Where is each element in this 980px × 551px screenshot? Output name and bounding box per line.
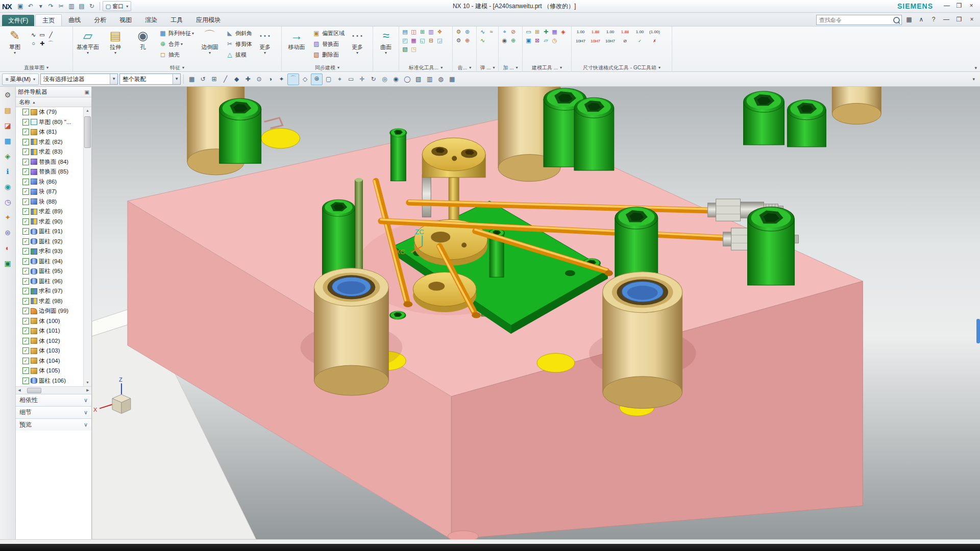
- visibility-checkbox[interactable]: ✓: [22, 208, 29, 215]
- section-preview[interactable]: 预览∨: [16, 418, 91, 431]
- general-selection-filter-icon[interactable]: ▦: [186, 74, 197, 85]
- scroll-down-icon[interactable]: ▼: [86, 379, 89, 386]
- snap-endpoint-icon[interactable]: ╱: [220, 74, 231, 85]
- group-label-feature[interactable]: 特征▾: [73, 64, 281, 71]
- visibility-checkbox[interactable]: ✓: [22, 159, 29, 165]
- extrude-button[interactable]: ▤ 拉伸 ▾: [102, 28, 129, 55]
- snap-arc-center-icon[interactable]: ⊙: [254, 74, 264, 85]
- dim-format-7[interactable]: 10H7: [573, 37, 588, 46]
- visibility-checkbox[interactable]: ✓: [22, 347, 29, 354]
- std-tool-4-icon[interactable]: ▥: [427, 28, 435, 36]
- snap-quadrant-icon[interactable]: ◑: [265, 74, 276, 85]
- plate-screw-1[interactable]: [390, 129, 407, 181]
- redo-icon[interactable]: ↷: [46, 2, 56, 11]
- copy-icon[interactable]: ▥: [66, 2, 77, 11]
- std-tool-11-icon[interactable]: ▧: [401, 45, 409, 54]
- cap-screw-right-front[interactable]: [748, 207, 795, 285]
- paste-icon[interactable]: ▤: [77, 2, 87, 11]
- close-button[interactable]: ×: [966, 2, 977, 11]
- std-tool-3-icon[interactable]: ⊞: [418, 28, 427, 36]
- hole-button[interactable]: ◉ 孔: [130, 28, 156, 51]
- tree-item[interactable]: ✓替换面 (84): [22, 157, 83, 167]
- restore-button[interactable]: ❐: [953, 2, 965, 11]
- group-label-mach[interactable]: 加 ...▾: [499, 64, 522, 71]
- fit-view-icon[interactable]: ▭: [346, 74, 356, 85]
- dim-format-6[interactable]: (1.00): [647, 28, 662, 37]
- tree-item[interactable]: ✓体 (105): [22, 366, 83, 376]
- undo-dropdown-icon[interactable]: ▾: [36, 2, 46, 11]
- edge-blend-button[interactable]: ⌒ 边倒圆 ▾: [197, 28, 223, 55]
- snap-bounded-grid-icon[interactable]: ⊕: [311, 73, 323, 85]
- visibility-checkbox[interactable]: ✓: [22, 119, 29, 126]
- visibility-checkbox[interactable]: ✓: [22, 148, 29, 155]
- rotate-view-icon[interactable]: ↻: [368, 74, 379, 85]
- tree-item[interactable]: ✓块 (86): [22, 177, 83, 187]
- tree-item[interactable]: ✓求和 (93): [22, 246, 83, 257]
- undock-panel-button[interactable]: ▣: [85, 89, 89, 95]
- std-tool-7-icon[interactable]: ▦: [409, 36, 418, 45]
- scrollbar-thumb[interactable]: [84, 116, 91, 148]
- tree-item[interactable]: ✓圆柱 (96): [22, 277, 83, 287]
- gear-tool-3-icon[interactable]: ⚙: [454, 36, 463, 45]
- shell-button[interactable]: ◻ 抽壳: [157, 49, 195, 60]
- tree-item[interactable]: ✓边倒圆 (99): [22, 306, 83, 316]
- work-layer-icon[interactable]: ▥: [424, 74, 435, 85]
- minimize-ribbon-icon[interactable]: ∧: [916, 15, 927, 24]
- datum-plane-button[interactable]: ▱ 基准平面 ▾: [75, 28, 101, 55]
- tab-1[interactable]: 主页: [35, 14, 62, 26]
- group-label-gear[interactable]: 齿...▾: [453, 64, 476, 71]
- tree-item[interactable]: ✓体 (104): [22, 356, 83, 366]
- visibility-checkbox[interactable]: ✓: [22, 139, 29, 145]
- std-tool-9-icon[interactable]: ⊟: [427, 36, 435, 45]
- draft-button[interactable]: △ 拔模: [224, 49, 254, 60]
- visibility-checkbox[interactable]: ✓: [22, 179, 29, 185]
- guide-bushing-front-right[interactable]: [603, 272, 682, 409]
- save-icon[interactable]: ▣: [15, 2, 26, 11]
- viewport-scrollbar[interactable]: [976, 319, 980, 343]
- pattern-feature-button[interactable]: ▦ 阵列特征▾: [157, 28, 195, 38]
- system-scene-icon[interactable]: ▣: [2, 257, 14, 269]
- scroll-left-icon[interactable]: ◀: [16, 388, 23, 392]
- visibility-checkbox[interactable]: ✓: [22, 318, 29, 324]
- machining-tool-4-icon[interactable]: ⊕: [509, 36, 518, 45]
- visibility-checkbox[interactable]: ✓: [22, 218, 29, 225]
- dim-format-2[interactable]: 1.88: [588, 28, 603, 37]
- tree-item[interactable]: ✓圆柱 (91): [22, 227, 83, 237]
- dim-format-12[interactable]: ✗: [647, 37, 662, 46]
- tree-item[interactable]: ✓块 (87): [22, 187, 83, 197]
- replace-face-button[interactable]: ▨ 替换面: [311, 39, 346, 49]
- search-input[interactable]: [818, 16, 893, 23]
- selection-scope-combo[interactable]: 整个装配 ▼: [119, 73, 181, 85]
- highlight-related-icon[interactable]: ↺: [198, 74, 208, 85]
- std-tool-1-icon[interactable]: ▤: [401, 28, 409, 36]
- tree-item[interactable]: ✓圆柱 (92): [22, 237, 83, 247]
- plate-screw-4[interactable]: [389, 311, 406, 320]
- search-icon[interactable]: [893, 17, 900, 23]
- help-icon[interactable]: ?: [928, 15, 939, 24]
- scroll-up-icon[interactable]: ▲: [86, 107, 89, 114]
- zoom-window-icon[interactable]: ⌖: [334, 74, 345, 85]
- selection-filter-combo[interactable]: 没有选择过滤器 ▼: [40, 73, 118, 85]
- std-tool-8-icon[interactable]: ◱: [418, 36, 427, 45]
- modeling-tool-3-icon[interactable]: ✚: [542, 28, 550, 36]
- tree-item[interactable]: ✓体 (102): [22, 336, 83, 346]
- chevron-down-icon[interactable]: ▼: [110, 74, 117, 84]
- snap-screen-position-icon[interactable]: ▢: [323, 74, 334, 85]
- visibility-checkbox[interactable]: ✓: [22, 168, 29, 175]
- circle-icon[interactable]: ○: [29, 39, 38, 48]
- guide-pin[interactable]: [422, 172, 431, 217]
- group-label-std[interactable]: 标准化工具...▾: [399, 64, 452, 71]
- group-label-gc[interactable]: 尺寸快速格式化工具 - GC工具箱▾: [572, 64, 672, 71]
- snap-intersection-icon[interactable]: ✚: [242, 74, 253, 85]
- dim-format-8[interactable]: 10H7: [588, 37, 603, 46]
- tree-item[interactable]: ✓圆柱 (94): [22, 257, 83, 267]
- tree-item[interactable]: ✓块 (88): [22, 197, 83, 207]
- dim-format-10[interactable]: Ø: [618, 37, 632, 46]
- visibility-checkbox[interactable]: ✓: [22, 268, 29, 274]
- shaded-style-icon[interactable]: ◉: [390, 74, 401, 85]
- selection-bar-overflow[interactable]: ▾: [972, 77, 978, 82]
- ribbon-overflow-button[interactable]: ▾: [974, 65, 977, 70]
- modeling-tool-5-icon[interactable]: ◈: [559, 28, 568, 36]
- tab-file[interactable]: 文件(F): [2, 15, 34, 26]
- modeling-tool-8-icon[interactable]: ▱: [542, 36, 550, 45]
